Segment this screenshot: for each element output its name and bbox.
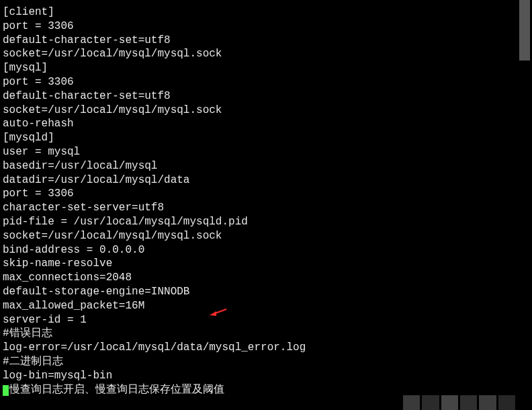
last-line-text: 慢查询日志开启、慢查询日志保存位置及阈值 — [9, 384, 224, 396]
config-line: port = 3306 — [3, 187, 517, 201]
config-line: [mysql] — [3, 61, 517, 75]
config-line: character-set-server=utf8 — [3, 201, 517, 215]
config-line: socket=/usr/local/mysql/mysql.sock — [3, 104, 517, 118]
config-line: pid-file = /usr/local/mysql/mysqld.pid — [3, 215, 517, 229]
config-line: socket=/usr/local/mysql/mysql.sock — [3, 229, 517, 243]
scrollbar-thumb[interactable] — [519, 0, 530, 60]
cursor-icon — [3, 385, 9, 396]
config-line: auto-rehash — [3, 117, 517, 131]
screenshot-root: [client] port = 3306 default-character-s… — [0, 0, 532, 410]
config-line: #错误日志 — [3, 327, 517, 341]
config-line: socket=/usr/local/mysql/mysql.sock — [3, 47, 517, 61]
config-line: user = mysql — [3, 145, 517, 159]
config-line: server-id = 1 — [3, 313, 517, 327]
config-line: [client] — [3, 5, 517, 19]
config-line: port = 3306 — [3, 19, 517, 34]
config-line: log-bin=mysql-bin — [3, 369, 517, 383]
config-line: [mysqld] — [3, 131, 517, 145]
config-line: basedir=/usr/local/mysql — [3, 159, 517, 173]
config-line: default-storage-engine=INNODB — [3, 285, 517, 299]
config-line: datadir=/usr/local/mysql/data — [3, 173, 517, 188]
config-line: max_allowed_packet=16M — [3, 299, 517, 313]
terminal-editor[interactable]: [client] port = 3306 default-character-s… — [0, 0, 517, 410]
config-line: default-character-set=utf8 — [3, 89, 517, 104]
config-line: #二进制日志 — [3, 355, 517, 369]
config-line: max_connections=2048 — [3, 271, 517, 285]
config-line: log-error=/usr/local/mysql/data/mysql_er… — [3, 341, 517, 355]
censored-overlay — [401, 395, 515, 410]
config-line: skip-name-resolve — [3, 257, 517, 271]
scrollbar-vertical[interactable] — [517, 0, 532, 410]
config-line: port = 3306 — [3, 75, 517, 89]
config-line: bind-address = 0.0.0.0 — [3, 243, 517, 257]
config-line: default-character-set=utf8 — [3, 34, 517, 48]
